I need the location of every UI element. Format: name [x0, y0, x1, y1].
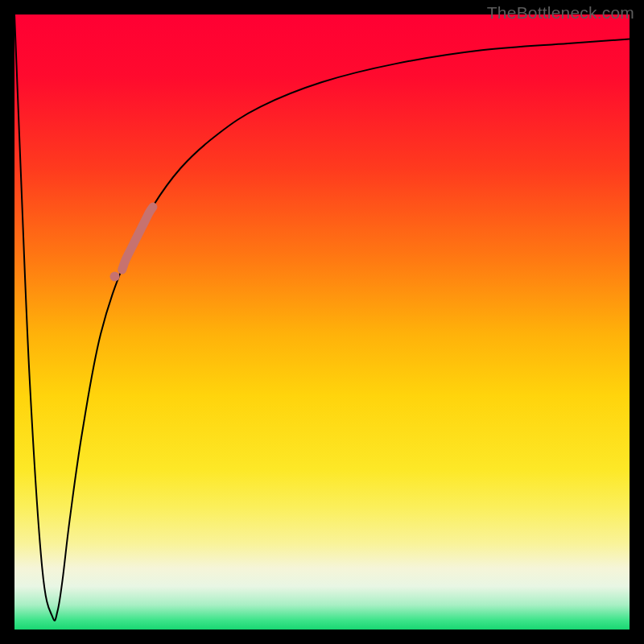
chart-stage: TheBottleneck.com [0, 0, 644, 644]
plot-area [14, 14, 630, 630]
bottleneck-curve [14, 14, 630, 621]
curve-highlight-dot [110, 271, 120, 281]
curve-svg [14, 14, 630, 630]
curve-highlight-segment [122, 207, 153, 270]
watermark-text: TheBottleneck.com [487, 3, 634, 23]
